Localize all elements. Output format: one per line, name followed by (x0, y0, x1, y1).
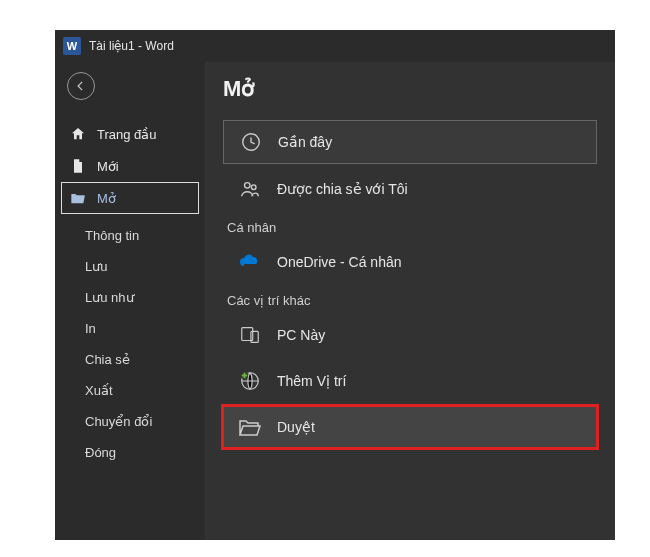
word-backstage-window: W Tài liệu1 - Word Trang đầu Mới (55, 30, 615, 540)
document-icon (69, 158, 87, 174)
sidebar-item-open[interactable]: Mở (61, 182, 199, 214)
option-shared[interactable]: Được chia sẻ với Tôi (223, 168, 597, 210)
sidebar-item-home[interactable]: Trang đầu (55, 118, 205, 150)
option-browse[interactable]: Duyệt (223, 406, 597, 448)
svg-point-2 (251, 185, 256, 190)
sidebar-sub-saveas[interactable]: Lưu như (55, 282, 205, 313)
sidebar-sub-info[interactable]: Thông tin (55, 220, 205, 251)
word-app-letter: W (67, 40, 77, 52)
option-label: Duyệt (277, 419, 315, 435)
back-button[interactable] (67, 72, 95, 100)
option-label: PC Này (277, 327, 325, 343)
option-thispc[interactable]: PC Này (223, 314, 597, 356)
people-icon (237, 178, 263, 200)
add-place-icon (237, 370, 263, 392)
sidebar-item-new[interactable]: Mới (55, 150, 205, 182)
home-icon (69, 126, 87, 142)
backstage-body: Trang đầu Mới Mở Thông tin Lưu Lưu như I… (55, 62, 615, 540)
thispc-icon (237, 324, 263, 346)
option-label: Gần đây (278, 134, 332, 150)
window-title: Tài liệu1 - Word (89, 39, 174, 53)
sidebar-item-label: Mới (97, 159, 119, 174)
sidebar-sub-convert[interactable]: Chuyển đổi (55, 406, 205, 437)
sidebar-item-label: Trang đầu (97, 127, 157, 142)
sidebar: Trang đầu Mới Mở Thông tin Lưu Lưu như I… (55, 62, 205, 540)
option-onedrive[interactable]: OneDrive - Cá nhân (223, 241, 597, 283)
sidebar-sub-close[interactable]: Đóng (55, 437, 205, 468)
option-label: Được chia sẻ với Tôi (277, 181, 408, 197)
arrow-left-icon (74, 79, 88, 93)
section-other-label: Các vị trí khác (227, 293, 597, 308)
folder-browse-icon (237, 416, 263, 438)
sidebar-sub-export[interactable]: Xuất (55, 375, 205, 406)
sidebar-sub-save[interactable]: Lưu (55, 251, 205, 282)
folder-open-icon (69, 190, 87, 206)
page-title: Mở (223, 76, 597, 102)
option-label: Thêm Vị trí (277, 373, 346, 389)
sidebar-subnav: Thông tin Lưu Lưu như In Chia sẻ Xuất Ch… (55, 214, 205, 468)
option-label: OneDrive - Cá nhân (277, 254, 402, 270)
option-addplace[interactable]: Thêm Vị trí (223, 360, 597, 402)
sidebar-item-label: Mở (97, 191, 116, 206)
section-personal-label: Cá nhân (227, 220, 597, 235)
onedrive-icon (237, 251, 263, 273)
svg-point-1 (245, 183, 251, 189)
sidebar-sub-print[interactable]: In (55, 313, 205, 344)
titlebar: W Tài liệu1 - Word (55, 30, 615, 62)
option-recent[interactable]: Gần đây (223, 120, 597, 164)
clock-icon (238, 131, 264, 153)
word-app-icon: W (63, 37, 81, 55)
sidebar-sub-share[interactable]: Chia sẻ (55, 344, 205, 375)
open-panel: Mở Gần đây Được chia sẻ với Tôi Cá nhân … (205, 62, 615, 540)
